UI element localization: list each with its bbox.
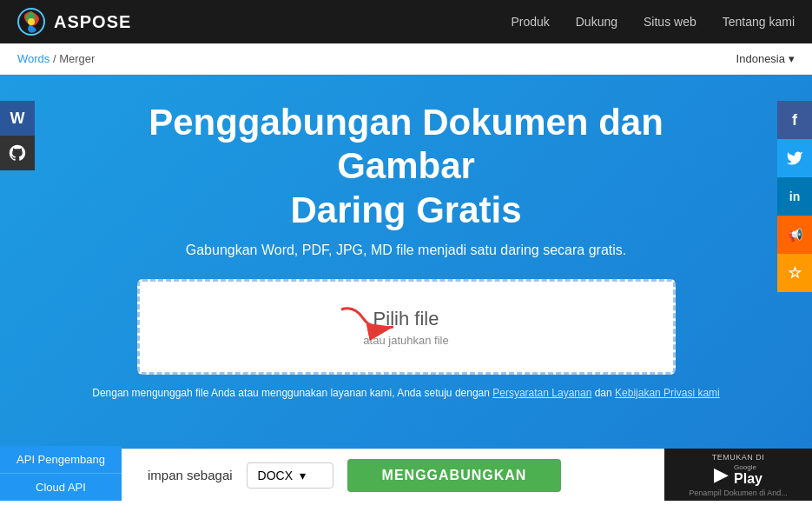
language-selector[interactable]: Indonesia ▾ — [736, 52, 795, 65]
star-icon-button[interactable]: ☆ — [777, 254, 812, 292]
hero-content: Penggabungan Dokumen dan Gambar Daring G… — [17, 101, 795, 413]
github-icon-button[interactable] — [0, 136, 35, 170]
terms-link1[interactable]: Persyaratan Layanan — [492, 387, 591, 399]
twitter-icon-button[interactable] — [777, 139, 812, 177]
format-select[interactable]: DOCX ▾ — [247, 462, 333, 489]
word-icon: W — [10, 110, 25, 128]
language-label: Indonesia — [736, 52, 785, 65]
navbar-left: ASPOSE — [17, 8, 131, 36]
aspose-logo-icon — [17, 8, 45, 36]
navbar-nav: Produk Dukung Situs web Tentang kami — [511, 15, 795, 29]
megaphone-icon-button[interactable]: 📢 — [777, 216, 812, 254]
terms-link2[interactable]: Kebijakan Privasi kami — [615, 387, 720, 399]
api-developer-button[interactable]: API Pengembang — [0, 446, 122, 474]
word-icon-button[interactable]: W — [0, 101, 35, 136]
side-icons-right: f in 📢 ☆ — [777, 101, 812, 292]
chevron-down-icon: ▾ — [789, 52, 795, 65]
breadcrumb-bar: Words / Merger Indonesia ▾ — [0, 43, 812, 75]
svg-point-1 — [28, 18, 35, 25]
facebook-icon-button[interactable]: f — [777, 101, 812, 139]
hero-subtitle: Gabungkan Word, PDF, JPG, MD file menjad… — [87, 243, 725, 258]
cloud-api-button[interactable]: Cloud API — [0, 474, 122, 501]
nav-tentang-kami[interactable]: Tentang kami — [723, 15, 795, 29]
nav-produk[interactable]: Produk — [511, 15, 549, 29]
chevron-down-icon: ▾ — [300, 469, 306, 482]
google-play-banner[interactable]: TEMUKAN DI ▶ Google Play Penampil Dokume… — [664, 449, 812, 501]
side-icons-left: W — [0, 101, 35, 170]
bottom-bar: API Pengembang Cloud API impan sebagai D… — [0, 449, 812, 501]
linkedin-icon: in — [789, 190, 800, 203]
megaphone-icon: 📢 — [788, 228, 802, 242]
twitter-icon — [786, 150, 803, 167]
linkedin-icon-button[interactable]: in — [777, 177, 812, 216]
breadcrumb: Words / Merger — [17, 52, 95, 65]
github-icon — [8, 143, 27, 163]
save-as-label: impan sebagai — [148, 468, 233, 482]
breadcrumb-merger: Merger — [59, 52, 95, 65]
format-value: DOCX — [258, 469, 293, 482]
google-play-subtitle: Penampil Dokumen di And... — [689, 489, 788, 497]
facebook-icon: f — [792, 111, 797, 130]
google-play-text: Google Play — [734, 463, 762, 487]
hero-section: W f in 📢 ☆ Penggabungan Dokumen d — [0, 75, 812, 449]
arrow-icon — [337, 301, 406, 344]
drop-arrow — [337, 301, 406, 348]
nav-situs-web[interactable]: Situs web — [644, 15, 696, 29]
file-drop-area[interactable]: Pilih file atau jatuhkan file — [137, 279, 676, 375]
star-icon: ☆ — [788, 263, 802, 283]
nav-dukung[interactable]: Dukung — [576, 15, 617, 29]
navbar-brand: ASPOSE — [54, 12, 131, 32]
breadcrumb-words[interactable]: Words — [17, 52, 50, 65]
navbar: ASPOSE Produk Dukung Situs web Tentang k… — [0, 0, 812, 43]
terms-text: Dengan mengunggah file Anda atau menggun… — [87, 387, 725, 413]
google-play-icon: ▶ — [714, 463, 729, 486]
merge-button[interactable]: MENGGABUNGKAN — [347, 459, 562, 492]
google-play-logo-row: ▶ Google Play — [714, 463, 762, 487]
api-panel: API Pengembang Cloud API — [0, 446, 122, 501]
google-play-top-text: TEMUKAN DI — [712, 453, 765, 462]
hero-title: Penggabungan Dokumen dan Gambar Daring G… — [87, 101, 725, 232]
